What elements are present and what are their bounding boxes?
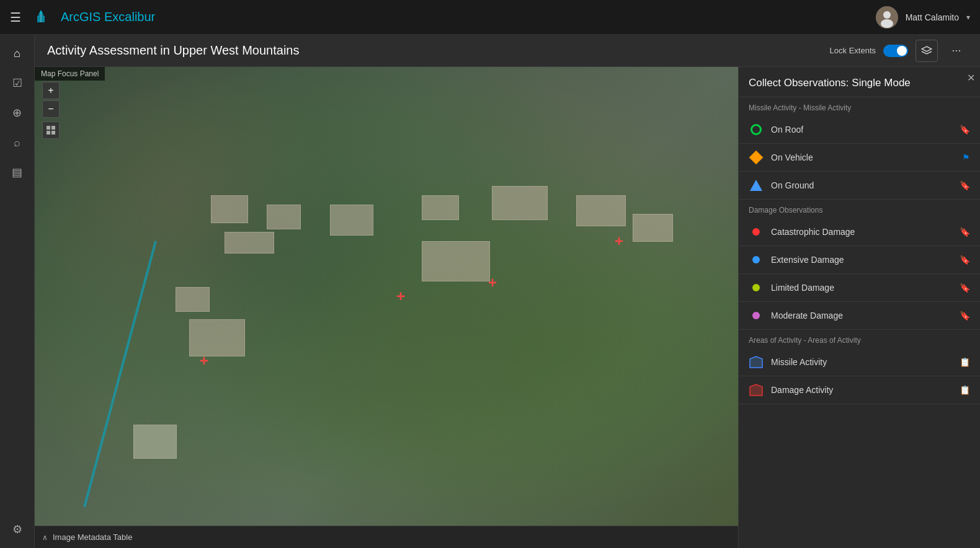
moderate-damage-icon	[749, 308, 764, 323]
obs-label-catastrophic-damage: Catastrophic Damage	[771, 227, 960, 237]
more-options-button[interactable]: ···	[945, 40, 968, 62]
svg-marker-7	[750, 356, 762, 368]
bookmark-extensive-icon[interactable]: 🔖	[960, 255, 970, 265]
damage-activity-area-icon	[749, 382, 764, 397]
sidebar-item-add-layer[interactable]: ⊕	[4, 99, 31, 126]
category-damage-observations-header: Damage Observations	[739, 200, 980, 218]
content-area: Activity Assessment in Upper West Mounta…	[35, 35, 980, 548]
page-header: Activity Assessment in Upper West Mounta…	[35, 35, 980, 67]
obs-label-missile-activity-area: Missile Activity	[771, 357, 960, 367]
home-icon: ⌂	[14, 47, 20, 60]
header-actions: Lock Extents ···	[830, 40, 968, 62]
catastrophic-damage-icon	[749, 224, 764, 239]
obs-row-on-vehicle[interactable]: On Vehicle ⚑	[739, 144, 980, 172]
poly-blue-icon	[749, 356, 763, 368]
hamburger-icon[interactable]: ☰	[10, 10, 21, 25]
obs-label-on-vehicle: On Vehicle	[771, 152, 962, 162]
svg-marker-8	[750, 384, 762, 396]
right-panel: ✕ Collect Observations: Single Mode Miss…	[738, 67, 980, 548]
obs-label-extensive-damage: Extensive Damage	[771, 255, 960, 265]
on-vehicle-icon	[749, 150, 764, 165]
user-name[interactable]: Matt Calamito	[906, 12, 959, 22]
add-layer-icon: ⊕	[12, 106, 22, 120]
search-icon: ⌕	[14, 136, 20, 149]
zoom-in-button[interactable]: +	[42, 82, 60, 99]
svg-rect-3	[47, 126, 50, 130]
sidebar-item-home[interactable]: ⌂	[4, 40, 31, 67]
settings-icon: ⚙	[12, 523, 22, 536]
app-logo-icon	[31, 7, 51, 27]
close-icon: ✕	[967, 73, 975, 83]
diamond-orange-icon	[749, 151, 764, 165]
obs-row-catastrophic-damage[interactable]: Catastrophic Damage 🔖	[739, 218, 980, 246]
bookmark-on-vehicle-icon[interactable]: ⚑	[962, 152, 970, 162]
metadata-bar[interactable]: ∧ Image Metadata Table	[35, 526, 738, 548]
topbar: ☰ ArcGIS Excalibur Matt Calamito ▾	[0, 0, 980, 35]
dot-red-icon	[752, 228, 760, 236]
svg-point-1	[883, 11, 891, 19]
cross-marker-3: ✛	[615, 236, 623, 247]
circle-green-icon	[751, 124, 762, 135]
obs-row-missile-activity-area[interactable]: Missile Activity 📋	[739, 348, 980, 376]
obs-row-damage-activity-area[interactable]: Damage Activity 📋	[739, 376, 980, 404]
user-chevron-icon[interactable]: ▾	[966, 13, 970, 22]
obs-row-on-roof[interactable]: On Roof 🔖	[739, 116, 980, 144]
on-ground-icon	[749, 178, 764, 193]
grid-icon	[47, 126, 55, 135]
extensive-damage-icon	[749, 252, 764, 267]
bookmark-catastrophic-icon[interactable]: 🔖	[960, 227, 970, 237]
bookmark-missile-area-icon[interactable]: 📋	[960, 357, 970, 367]
svg-rect-5	[47, 131, 50, 135]
page-title: Activity Assessment in Upper West Mounta…	[47, 43, 830, 58]
bookmark-on-ground-icon[interactable]: 🔖	[960, 180, 970, 190]
poly-red-icon	[749, 384, 763, 396]
main-container: ⌂ ☑ ⊕ ⌕ ▤ ⚙ Activity Assessment in Upper…	[0, 35, 980, 548]
category-missile-activity-header: Missile Activity - Missile Activity	[739, 97, 980, 116]
building	[330, 205, 373, 236]
map-grid-button[interactable]	[42, 122, 60, 139]
obs-row-moderate-damage[interactable]: Moderate Damage 🔖	[739, 302, 980, 330]
lock-extents-toggle[interactable]	[883, 45, 908, 57]
on-roof-icon	[749, 122, 764, 137]
sidebar-item-checklist[interactable]: ☑	[4, 69, 31, 97]
building	[176, 287, 210, 312]
obs-label-on-roof: On Roof	[771, 125, 960, 135]
svg-rect-4	[51, 126, 55, 130]
bookmark-moderate-icon[interactable]: 🔖	[960, 311, 970, 320]
obs-label-moderate-damage: Moderate Damage	[771, 311, 960, 320]
obs-label-damage-activity-area: Damage Activity	[771, 385, 960, 395]
building	[225, 232, 274, 254]
panel-close-button[interactable]: ✕	[967, 72, 975, 84]
triangle-blue-icon	[750, 180, 762, 191]
limited-damage-icon	[749, 280, 764, 295]
topbar-right: Matt Calamito ▾	[876, 6, 970, 29]
panel-title: Collect Observations: Single Mode	[739, 67, 980, 97]
map-controls: + −	[42, 82, 60, 139]
bookmark-on-roof-icon[interactable]: 🔖	[960, 125, 970, 135]
building-white	[133, 425, 177, 459]
bookmark-damage-area-icon[interactable]: 📋	[960, 385, 970, 395]
sidebar-item-search[interactable]: ⌕	[4, 129, 31, 156]
obs-row-on-ground[interactable]: On Ground 🔖	[739, 172, 980, 200]
missile-activity-area-icon	[749, 355, 764, 369]
map-panel-row: Map Focus Panel	[35, 67, 980, 548]
checklist-icon: ☑	[12, 76, 22, 90]
dot-olive-icon	[752, 284, 760, 291]
obs-row-extensive-damage[interactable]: Extensive Damage 🔖	[739, 246, 980, 274]
bookmark-limited-icon[interactable]: 🔖	[960, 283, 970, 293]
obs-row-limited-damage[interactable]: Limited Damage 🔖	[739, 274, 980, 302]
layers-button[interactable]	[915, 40, 938, 62]
svg-rect-6	[51, 131, 55, 135]
zoom-out-button[interactable]: −	[42, 100, 60, 118]
svg-point-2	[881, 19, 893, 28]
cross-marker-2: ✛	[488, 276, 496, 288]
sidebar-item-settings[interactable]: ⚙	[4, 516, 31, 543]
building	[492, 186, 548, 220]
avatar[interactable]	[876, 6, 898, 29]
building	[422, 195, 459, 220]
map-satellite: ✛ ✛ ✛ ✛	[35, 67, 738, 526]
building	[633, 214, 673, 242]
building	[576, 195, 626, 226]
sidebar-item-table[interactable]: ▤	[4, 159, 31, 186]
map-container[interactable]: Map Focus Panel	[35, 67, 738, 526]
